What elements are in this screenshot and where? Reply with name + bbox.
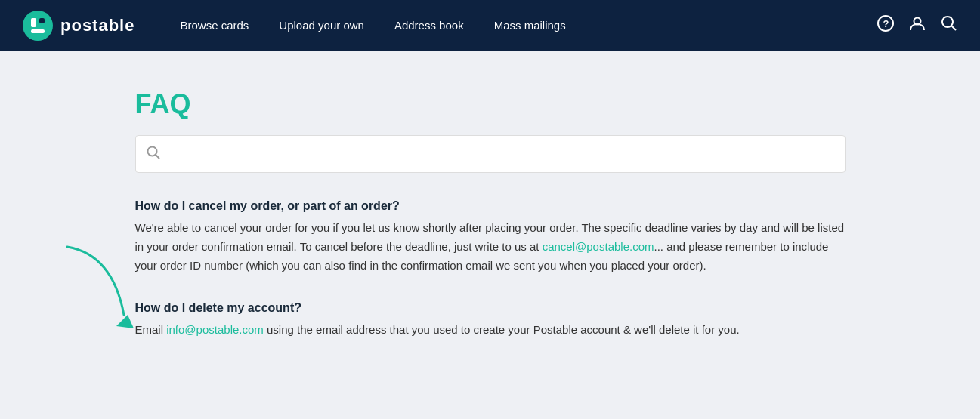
faq-item-cancel-order: How do I cancel my order, or part of an … (135, 199, 846, 275)
faq-answer-delete-after: using the email address that you used to… (264, 323, 740, 336)
svg-marker-9 (116, 315, 134, 328)
logo-icon (23, 11, 53, 41)
main-content: FAQ How do I cancel my order, or part of… (113, 88, 868, 340)
svg-point-10 (147, 146, 156, 156)
faq-question-cancel: How do I cancel my order, or part of an … (135, 199, 846, 213)
faq-cancel-link[interactable]: cancel@postable.com (543, 240, 654, 253)
arrow-decoration (52, 239, 143, 340)
search-icon[interactable] (941, 15, 957, 35)
svg-text:?: ? (883, 18, 889, 29)
navbar-actions: ? (877, 15, 957, 35)
logo-link[interactable]: postable (23, 11, 134, 41)
nav-address-book[interactable]: Address book (394, 19, 464, 32)
svg-rect-2 (39, 18, 45, 23)
svg-line-8 (952, 26, 957, 31)
faq-info-link[interactable]: info@postable.com (166, 323, 264, 336)
nav-upload-own[interactable]: Upload your own (279, 19, 364, 32)
navbar: postable Browse cards Upload your own Ad… (0, 0, 980, 51)
search-box-icon (147, 146, 160, 163)
svg-line-11 (156, 155, 159, 159)
faq-search-input[interactable] (168, 148, 834, 161)
svg-rect-1 (31, 18, 36, 27)
logo-text: postable (60, 16, 134, 35)
nav-browse-cards[interactable]: Browse cards (180, 19, 249, 32)
search-box (135, 135, 846, 173)
nav-mass-mailings[interactable]: Mass mailings (494, 19, 566, 32)
user-icon[interactable] (909, 15, 926, 35)
svg-point-7 (942, 17, 953, 27)
faq-answer-cancel: We're able to cancel your order for you … (135, 219, 846, 275)
navbar-links: Browse cards Upload your own Address boo… (180, 19, 877, 32)
faq-answer-delete: Email info@postable.com using the email … (135, 321, 846, 340)
faq-item-delete-account: How do I delete my account? Email info@p… (135, 301, 846, 340)
help-icon[interactable]: ? (877, 15, 894, 35)
faq-title: FAQ (135, 88, 846, 120)
faq-question-delete: How do I delete my account? (135, 301, 846, 315)
svg-rect-3 (31, 29, 45, 33)
svg-point-0 (23, 11, 53, 41)
